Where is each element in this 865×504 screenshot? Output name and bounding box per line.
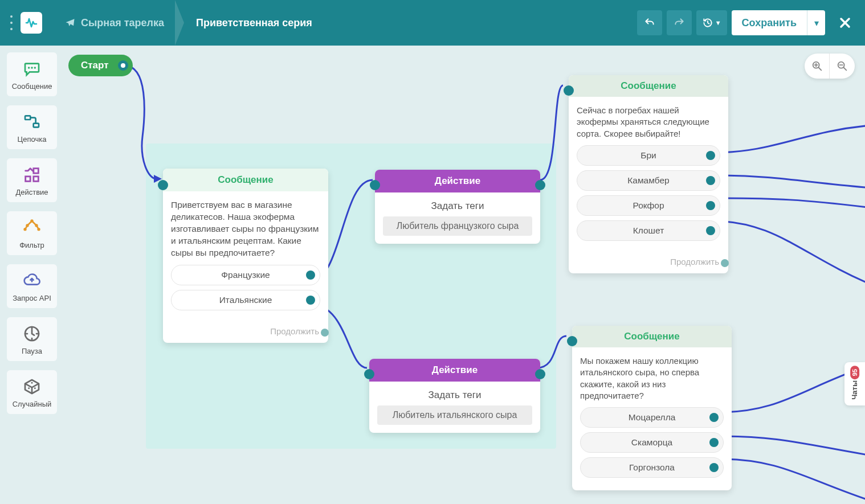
filter-icon xyxy=(22,218,42,237)
chain-icon xyxy=(22,112,42,132)
chats-tab[interactable]: 95 Чаты xyxy=(844,362,865,405)
node-header: Сообщение xyxy=(569,75,728,97)
zoom-in-button[interactable] xyxy=(805,54,830,79)
app-logo[interactable] xyxy=(21,12,42,34)
tool-api[interactable]: Запрос API xyxy=(7,264,57,308)
svg-point-10 xyxy=(35,224,38,227)
node-header: Сообщение xyxy=(163,169,328,191)
zoom-in-icon xyxy=(811,60,823,72)
save-button[interactable]: Сохранить xyxy=(732,10,807,35)
undo-button[interactable] xyxy=(637,10,662,35)
tag-chip: Любитель итальянского сыра xyxy=(377,405,532,425)
tool-random[interactable]: Случайный xyxy=(7,370,57,414)
tool-pause[interactable]: Пауза xyxy=(7,317,57,361)
port-out[interactable] xyxy=(535,369,545,379)
drag-handle-icon[interactable] xyxy=(10,15,15,30)
option-port[interactable] xyxy=(709,413,719,422)
svg-point-0 xyxy=(28,67,30,68)
svg-rect-7 xyxy=(34,177,39,182)
port-in[interactable] xyxy=(564,85,574,96)
option-port[interactable] xyxy=(306,271,315,280)
svg-point-12 xyxy=(37,228,40,231)
breadcrumb-sep-icon xyxy=(176,0,185,46)
svg-point-2 xyxy=(34,67,36,68)
save-options-button[interactable]: ▾ xyxy=(807,10,825,35)
svg-point-16 xyxy=(31,382,33,384)
option-camembert[interactable]: Камамбер xyxy=(577,170,720,191)
svg-point-9 xyxy=(26,224,28,227)
close-button[interactable] xyxy=(835,13,855,32)
option-brie[interactable]: Бри xyxy=(577,145,720,166)
node-text: Приветствуем вас в магазине деликатесов.… xyxy=(171,199,320,259)
continue-port-row[interactable]: Продолжить xyxy=(163,323,328,343)
node-action-1[interactable]: Действие Задать теги Любитель французког… xyxy=(375,170,540,244)
svg-rect-3 xyxy=(25,116,30,120)
tool-action[interactable]: Действие xyxy=(7,158,57,202)
node-subtitle: Задать теги xyxy=(383,200,532,212)
zoom-out-icon xyxy=(836,60,848,72)
option-port[interactable] xyxy=(709,438,719,447)
port-in[interactable] xyxy=(158,180,168,190)
svg-rect-6 xyxy=(26,177,31,182)
start-out-port[interactable] xyxy=(118,60,128,71)
node-message-2[interactable]: Сообщение Сейчас в погребах нашей экофер… xyxy=(569,75,728,273)
tool-message[interactable]: Сообщение xyxy=(7,52,57,96)
tool-sidebar: Сообщение Цепочка Действие Фильтр Запрос… xyxy=(7,52,57,414)
option-port[interactable] xyxy=(706,176,715,185)
option-port[interactable] xyxy=(306,296,315,305)
port-in[interactable] xyxy=(364,369,374,379)
port-out[interactable] xyxy=(535,180,545,190)
tool-filter[interactable]: Фильтр xyxy=(7,211,57,255)
action-icon xyxy=(22,165,42,185)
node-message-3[interactable]: Сообщение Мы покажем нашу коллекцию итал… xyxy=(572,326,732,490)
node-action-2[interactable]: Действие Задать теги Любитель итальянско… xyxy=(369,359,540,433)
history-button[interactable]: ▼ xyxy=(696,10,727,35)
option-roquefort[interactable]: Рокфор xyxy=(577,195,720,216)
app-header: Сырная тарелка Приветственная серия ▼ Со… xyxy=(0,0,865,46)
redo-icon xyxy=(674,17,685,28)
option-port[interactable] xyxy=(706,151,715,160)
telegram-icon xyxy=(65,18,75,28)
chats-label: Чаты xyxy=(850,380,859,400)
port-in[interactable] xyxy=(567,336,577,346)
start-node[interactable]: Старт xyxy=(68,55,133,76)
option-french[interactable]: Французкие xyxy=(171,265,320,285)
zoom-out-button[interactable] xyxy=(830,54,855,79)
node-header: Сообщение xyxy=(572,326,732,347)
pause-icon xyxy=(22,324,42,343)
node-text: Мы покажем нашу коллекцию итальянского с… xyxy=(580,355,724,401)
option-mozzarella[interactable]: Моцарелла xyxy=(580,407,724,428)
tool-chain[interactable]: Цепочка xyxy=(7,105,57,149)
option-port[interactable] xyxy=(706,201,715,210)
zoom-controls xyxy=(805,54,855,79)
node-header: Действие xyxy=(375,170,540,192)
history-icon xyxy=(702,17,713,28)
flow-canvas[interactable]: Старт Сообщение Приветствуем вас в магаз… xyxy=(63,46,865,504)
close-icon xyxy=(838,16,852,30)
option-cloche[interactable]: Клошет xyxy=(577,220,720,241)
port-in[interactable] xyxy=(370,180,380,190)
breadcrumb-flow[interactable]: Приветственная серия xyxy=(185,0,324,46)
option-italian[interactable]: Итальянские xyxy=(171,290,320,310)
pulse-icon xyxy=(25,16,38,30)
node-subtitle: Задать теги xyxy=(377,390,532,401)
option-scamorza[interactable]: Скаморца xyxy=(580,432,724,453)
breadcrumb-bot[interactable]: Сырная тарелка xyxy=(54,0,176,46)
option-gorgonzola[interactable]: Горгонзола xyxy=(580,457,724,478)
svg-point-1 xyxy=(31,67,32,68)
svg-point-15 xyxy=(34,387,36,389)
message-icon xyxy=(22,59,42,79)
tag-chip: Любитель французкого сыра xyxy=(383,216,532,236)
redo-button[interactable] xyxy=(667,10,692,35)
option-port[interactable] xyxy=(706,226,715,235)
node-message-1[interactable]: Сообщение Приветствуем вас в магазине де… xyxy=(163,169,328,343)
option-port[interactable] xyxy=(709,463,719,472)
svg-point-14 xyxy=(28,387,30,389)
svg-point-8 xyxy=(30,219,33,222)
svg-point-11 xyxy=(23,228,26,231)
dice-icon xyxy=(22,377,42,396)
chats-badge: 95 xyxy=(850,366,859,379)
svg-rect-5 xyxy=(34,169,39,174)
node-text: Сейчас в погребах нашей экофермы хранять… xyxy=(577,105,720,140)
continue-port-row[interactable]: Продолжить xyxy=(569,253,728,273)
